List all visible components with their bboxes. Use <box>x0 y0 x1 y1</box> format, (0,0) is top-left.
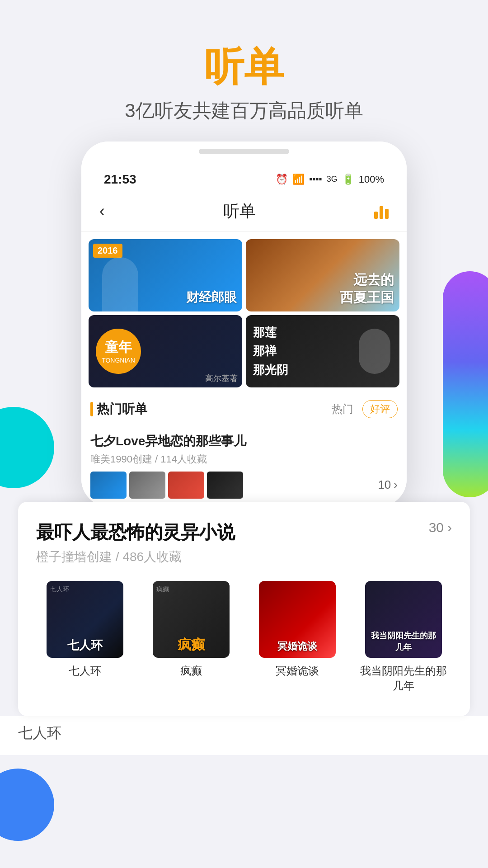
book-cover-2: 疯癫 疯癫 <box>153 581 230 658</box>
cover-3 <box>168 472 204 499</box>
book-item-1[interactable]: 七人环 七人环 七人环 <box>36 581 133 693</box>
banner-4-title: 那莲那禅那光阴 <box>253 323 288 379</box>
playlist-1-covers <box>90 472 243 499</box>
navbar-title: 听单 <box>223 200 256 222</box>
banner-card-4[interactable]: 那莲那禅那光阴 <box>246 315 399 387</box>
book-3-cover-text: 冥婚诡谈 <box>263 640 332 653</box>
back-button[interactable]: ‹ <box>99 202 105 221</box>
book-cover-3: 冥婚诡谈 <box>259 581 336 658</box>
section-title: 热门听单 <box>97 401 147 418</box>
battery-level: 100% <box>359 174 384 185</box>
banner-1-badge: 2016 <box>93 244 122 258</box>
white-card-section: 最吓人最恐怖的灵异小说 橙子撞墙创建 / 486人收藏 30 › 七人环 七人环… <box>18 502 470 716</box>
tab-rating[interactable]: 好评 <box>362 400 398 418</box>
section-header: 热门听单 热门 好评 <box>81 391 407 425</box>
book-item-3[interactable]: 冥婚诡谈 冥婚诡谈 <box>249 581 346 693</box>
book-cover-4: 我当阴阳先生的那几年 <box>365 581 442 658</box>
banner-3-circle: 童年 TONGNIAN <box>96 329 141 374</box>
wifi-icon: 📶 <box>292 174 305 185</box>
banner-2-title: 远去的西夏王国 <box>340 271 394 306</box>
banner-1-person <box>102 257 138 311</box>
card-count: 30 › <box>429 520 452 535</box>
section-tabs[interactable]: 热门 好评 <box>332 400 398 418</box>
playlist-item-1[interactable]: 七夕Love异地恋的那些事儿 唯美1990创建 / 114人收藏 10 › <box>81 425 407 506</box>
second-card-title: 七人环 <box>18 723 470 743</box>
signal-icon: ▪▪▪▪ <box>309 174 322 184</box>
phone-wrapper: 21:53 ⏰ 📶 ▪▪▪▪ 3G 🔋 100% ‹ 听单 <box>0 142 488 506</box>
section-title-group: 热门听单 <box>90 401 147 418</box>
playlist-1-count: 10 › <box>378 478 398 492</box>
playlist-1-title: 七夕Love异地恋的那些事儿 <box>90 433 398 450</box>
card-title: 最吓人最恐怖的灵异小说 <box>36 520 235 545</box>
status-time: 21:53 <box>104 172 136 187</box>
section-accent-bar <box>90 402 93 416</box>
book-1-cover-text: 七人环 <box>50 638 120 653</box>
book-item-2[interactable]: 疯癫 疯癫 疯癫 <box>142 581 239 693</box>
book-3-title: 冥婚诡谈 <box>276 663 319 679</box>
banner-3-title: 童年 <box>105 338 132 357</box>
book-4-title: 我当阴阳先生的那几年 <box>355 663 452 693</box>
banner-3-subtitle: TONGNIAN <box>102 357 135 364</box>
cover-2 <box>129 472 165 499</box>
cover-1 <box>90 472 127 499</box>
book-cover-1: 七人环 七人环 <box>47 581 123 658</box>
book-1-title: 七人环 <box>69 663 101 679</box>
card-meta: 橙子撞墙创建 / 486人收藏 <box>36 548 235 566</box>
chevron-right-icon: › <box>394 478 398 492</box>
book-2-title: 疯癫 <box>180 663 202 679</box>
banner-card-1[interactable]: 2016 财经郎眼 <box>89 239 242 311</box>
banner-card-2[interactable]: 远去的西夏王国 <box>246 239 399 311</box>
card-chevron-icon: › <box>447 520 452 535</box>
page-title: 听单 <box>0 45 488 89</box>
book-list: 七人环 七人环 七人环 疯癫 疯癫 疯癫 冥婚诡谈 冥婚诡谈 我当阴阳先生的那几… <box>36 581 452 703</box>
alarm-icon: ⏰ <box>276 174 288 185</box>
playlist-1-row: 10 › <box>90 472 398 499</box>
second-card: 七人环 <box>0 716 488 755</box>
banner-card-3[interactable]: 童年 TONGNIAN 高尔基著 <box>89 315 242 387</box>
phone-mockup: 21:53 ⏰ 📶 ▪▪▪▪ 3G 🔋 100% ‹ 听单 <box>81 142 407 506</box>
banner-4-person <box>359 329 390 374</box>
book-4-cover-text: 我当阴阳先生的那几年 <box>369 630 438 653</box>
phone-notch <box>199 149 289 154</box>
book-item-4[interactable]: 我当阴阳先生的那几年 我当阴阳先生的那几年 <box>355 581 452 693</box>
tab-hot[interactable]: 热门 <box>332 402 353 416</box>
status-icons: ⏰ 📶 ▪▪▪▪ 3G 🔋 100% <box>276 174 384 185</box>
battery-icon: 🔋 <box>342 174 354 185</box>
status-bar: 21:53 ⏰ 📶 ▪▪▪▪ 3G 🔋 100% <box>81 159 407 191</box>
cover-4 <box>207 472 243 499</box>
playlist-1-meta: 唯美1990创建 / 114人收藏 <box>90 453 398 466</box>
bg-decoration-blue <box>0 769 54 841</box>
book-2-cover-text: 疯癫 <box>156 636 226 653</box>
network-icon: 3G <box>327 175 338 184</box>
banner-3-author: 高尔基著 <box>205 373 238 384</box>
chart-icon[interactable] <box>374 203 389 219</box>
app-navbar: ‹ 听单 <box>81 191 407 232</box>
page-subtitle: 3亿听友共建百万高品质听单 <box>0 98 488 123</box>
banner-grid: 2016 财经郎眼 远去的西夏王国 童年 TONGNIAN 高尔基著 <box>81 232 407 391</box>
banner-1-title: 财经郎眼 <box>186 289 237 306</box>
page-header: 听单 3亿听友共建百万高品质听单 <box>0 0 488 142</box>
